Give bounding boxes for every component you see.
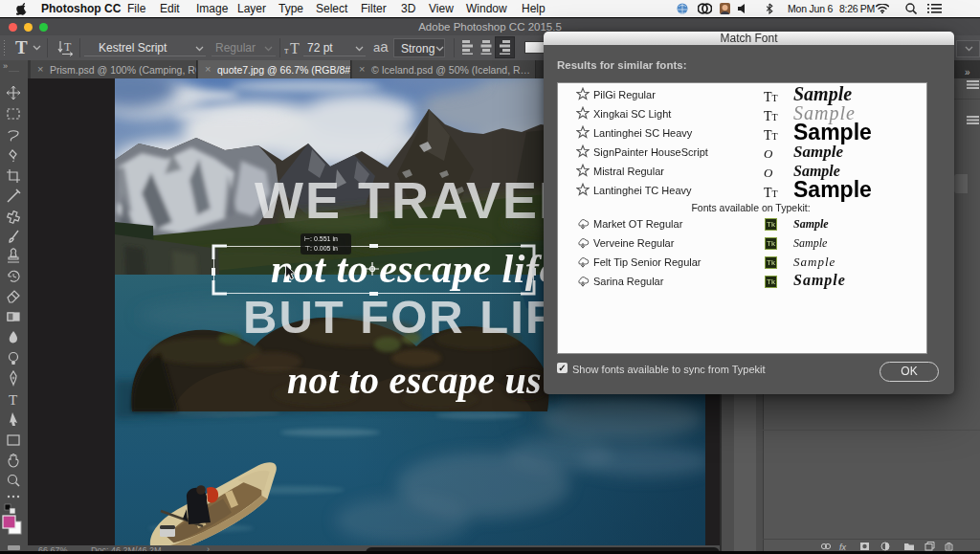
svg-text:T: T bbox=[9, 392, 17, 408]
svg-text:T: T bbox=[290, 40, 300, 56]
svg-text:т: т bbox=[284, 45, 289, 55]
svg-text:T: T bbox=[64, 40, 72, 54]
svg-text:»: » bbox=[3, 61, 8, 71]
svg-text:fx: fx bbox=[839, 543, 847, 552]
